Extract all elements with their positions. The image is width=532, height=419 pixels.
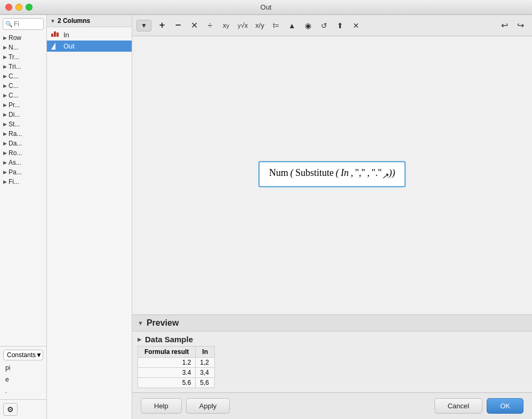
chevron-right-icon: ▶ xyxy=(3,45,7,50)
chevron-right-icon: ▶ xyxy=(3,179,7,184)
table-row: 1.2 1,2 xyxy=(138,358,215,368)
upload-button[interactable]: ⬆ xyxy=(333,20,348,31)
constant-pi[interactable]: pi xyxy=(5,362,43,374)
columns-panel: ▼ 2 Columns In Out xyxy=(47,15,132,419)
column-label: In xyxy=(63,31,69,39)
result-cell: 1.2 xyxy=(138,358,196,368)
sidebar-item-st[interactable]: ▶ St... xyxy=(0,119,46,129)
sidebar-item-ro[interactable]: ▶ Ro... xyxy=(0,148,46,158)
chevron-right-icon: ▶ xyxy=(3,112,7,117)
close-button[interactable] xyxy=(5,4,12,11)
sidebar-item-label: C... xyxy=(9,82,19,90)
apply-button[interactable]: Apply xyxy=(186,398,230,414)
column-item-out[interactable]: Out xyxy=(47,41,132,52)
sidebar-item-as[interactable]: ▶ As... xyxy=(0,158,46,167)
sidebar-item-label: Fi... xyxy=(9,178,19,186)
close-formula-button[interactable]: ✕ xyxy=(349,20,364,31)
sidebar-item-c3[interactable]: ▶ C... xyxy=(0,91,46,100)
data-sample-header[interactable]: ▶ Data Sample xyxy=(132,332,532,346)
divide-button[interactable]: ÷ xyxy=(203,19,217,32)
chevron-right-icon: ▶ xyxy=(3,54,7,60)
sidebar-item-label: Da... xyxy=(9,140,22,147)
columns-header: ▼ 2 Columns xyxy=(47,15,132,27)
constant-dot[interactable]: . xyxy=(5,385,43,397)
maximize-button[interactable] xyxy=(26,4,33,11)
formula-box[interactable]: Num ( Substitute ( In , "," , "."↗)) xyxy=(259,161,406,187)
in-cell: 5,6 xyxy=(196,378,215,388)
sidebar-item-label: St... xyxy=(9,120,20,128)
formula-dot-str: "." xyxy=(372,167,382,178)
minimize-button[interactable] xyxy=(15,4,22,11)
sidebar-item-di[interactable]: ▶ Di... xyxy=(0,110,46,119)
sidebar-item-n[interactable]: ▶ N... xyxy=(0,43,46,52)
formula-canvas[interactable]: Num ( Substitute ( In , "," , "."↗)) xyxy=(132,36,532,315)
sidebar-item-label: N... xyxy=(9,44,19,51)
constant-e[interactable]: e xyxy=(5,374,43,386)
chevron-right-icon: ▶ xyxy=(3,150,7,156)
chevron-right-icon: ▶ xyxy=(3,93,7,98)
table-header-in: In xyxy=(196,347,215,358)
columns-count-label: 2 Columns xyxy=(58,17,90,25)
chevron-right-icon: ▶ xyxy=(3,102,7,108)
up-arrow-button[interactable]: ▲ xyxy=(285,20,300,31)
subtract-button[interactable]: − xyxy=(171,18,186,33)
nth-root-button[interactable]: y√x xyxy=(235,20,251,31)
table-row: 5.6 5,6 xyxy=(138,378,215,388)
cancel-button[interactable]: Cancel xyxy=(434,398,482,414)
gear-button[interactable]: ⚙ xyxy=(3,403,18,416)
search-box[interactable]: 🔍 xyxy=(3,18,44,30)
sidebar-item-tr[interactable]: ▶ Tr... xyxy=(0,52,46,62)
add-button[interactable]: + xyxy=(155,18,170,33)
redo-button[interactable]: ↪ xyxy=(513,19,528,32)
sidebar-item-pa[interactable]: ▶ Pa... xyxy=(0,167,46,177)
sidebar-item-label: C... xyxy=(9,72,19,80)
help-button[interactable]: Help xyxy=(141,398,182,414)
multiply-button[interactable]: ✕ xyxy=(187,19,201,32)
chevron-right-icon: ▶ xyxy=(3,74,7,79)
constants-dropdown[interactable]: Constants ▼ xyxy=(3,350,43,360)
sidebar-item-c1[interactable]: ▶ C... xyxy=(0,71,46,81)
sidebar-item-ra[interactable]: ▶ Ra... xyxy=(0,129,46,139)
preview-header[interactable]: ▼ Preview xyxy=(132,315,532,332)
sidebar-item-tri[interactable]: ▶ Tri... xyxy=(0,62,46,71)
data-sample-title: Data Sample xyxy=(145,335,193,344)
sidebar-item-row[interactable]: ▶ Row xyxy=(0,33,46,43)
ok-button[interactable]: OK xyxy=(487,398,523,414)
sidebar-item-da[interactable]: ▶ Da... xyxy=(0,139,46,148)
chevron-right-icon: ▶ xyxy=(3,141,7,146)
table-header-result: Formula result xyxy=(138,347,196,358)
fraction-button[interactable]: x/y xyxy=(252,20,268,31)
sidebar-item-label: As... xyxy=(9,159,21,166)
circle-button[interactable]: ◉ xyxy=(301,20,316,31)
sidebar-item-c2[interactable]: ▶ C... xyxy=(0,81,46,91)
toolbar: ▼ + − ✕ ÷ xy y√x x/y t= ▲ ◉ ↺ ⬆ ✕ ↩ ↪ xyxy=(132,15,532,36)
dropdown-arrow-icon: ▼ xyxy=(50,18,55,24)
rotate-button[interactable]: ↺ xyxy=(317,20,332,31)
formula-in-param: In xyxy=(341,167,349,178)
constants-section: Constants ▼ pi e . xyxy=(0,346,46,399)
sidebar-list: ▶ Row ▶ N... ▶ Tr... ▶ Tri... ▶ C... ▶ C… xyxy=(0,32,46,346)
column-item-in[interactable]: In xyxy=(47,29,132,41)
search-input[interactable] xyxy=(14,20,41,28)
formula-substitute: Substitute xyxy=(295,167,334,178)
sidebar-item-fi[interactable]: ▶ Fi... xyxy=(0,177,46,187)
power-button[interactable]: xy xyxy=(219,20,233,31)
chevron-right-icon: ▶ xyxy=(3,83,7,88)
bottom-bar: Help Apply Cancel OK xyxy=(132,392,532,419)
sidebar-bottom: ⚙ xyxy=(0,399,46,419)
in-cell: 3,4 xyxy=(196,368,215,378)
sidebar-item-label: Ra... xyxy=(9,130,22,138)
function-sidebar: 🔍 ▶ Row ▶ N... ▶ Tr... ▶ Tri... ▶ C... xyxy=(0,15,47,419)
toolbar-dropdown-button[interactable]: ▼ xyxy=(136,20,151,31)
chevron-right-icon: ▶ xyxy=(3,35,7,41)
result-cell: 3.4 xyxy=(138,368,196,378)
expand-arrow-icon: ▶ xyxy=(138,336,142,342)
undo-button[interactable]: ↩ xyxy=(497,19,512,32)
preview-title: Preview xyxy=(147,318,179,328)
sidebar-item-label: Pa... xyxy=(9,168,22,176)
sidebar-item-pr[interactable]: ▶ Pr... xyxy=(0,100,46,110)
bar-chart-icon xyxy=(51,31,61,39)
search-icon: 🔍 xyxy=(5,21,13,28)
sidebar-item-label: Ro... xyxy=(9,149,22,157)
text-equals-button[interactable]: t= xyxy=(269,20,284,31)
